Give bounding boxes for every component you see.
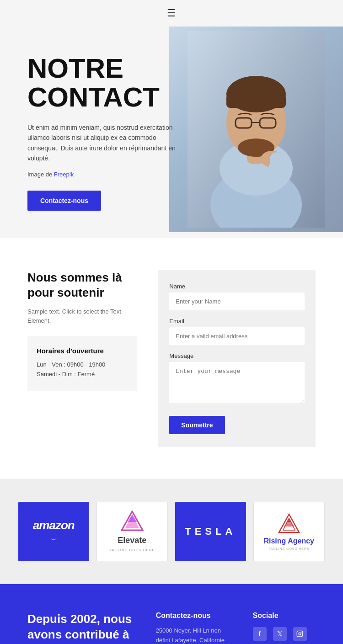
freepik-link[interactable]: Freepik: [54, 171, 74, 178]
elevate-logo-card: Elevate TAGLINE GOES HERE: [96, 502, 168, 561]
logos-section: amazon ⌣ Elevate TAGLINE GOES HERE TESLA: [0, 479, 343, 584]
message-textarea[interactable]: [169, 362, 305, 403]
name-label: Name: [169, 283, 305, 290]
facebook-icon[interactable]: f: [253, 627, 267, 641]
hours-title: Horaires d'ouverture: [37, 347, 128, 355]
hero-image-credit: Image de Freepik: [27, 171, 325, 178]
social-icons-row: f 𝕏: [253, 627, 316, 641]
amazon-text: amazon: [33, 518, 75, 532]
elevate-logo: Elevate TAGLINE GOES HERE: [109, 511, 155, 552]
email-field-group: Email: [169, 318, 305, 345]
navbar: ☰: [0, 0, 343, 27]
elevate-tagline: TAGLINE GOES HERE: [109, 548, 155, 552]
footer-contact-title: Contactez-nous: [156, 612, 235, 620]
message-label: Message: [169, 352, 305, 359]
tesla-logo-card: TESLA: [175, 502, 246, 561]
hours-box: Horaires d'ouverture Lun - Ven : 09h00 -…: [27, 336, 137, 391]
twitter-icon[interactable]: 𝕏: [273, 627, 287, 641]
contact-heading: Nous sommes là pour soutenir: [27, 270, 140, 301]
name-field-group: Name: [169, 283, 305, 310]
tesla-text: TESLA: [185, 526, 236, 538]
instagram-icon[interactable]: [293, 627, 307, 641]
svg-rect-19: [297, 631, 303, 637]
hero-title: NOTRE CONTACT: [27, 54, 325, 112]
footer-col1: Depuis 2002, nous avons contribué à réco…: [27, 612, 138, 644]
svg-point-20: [299, 633, 301, 635]
hours-weekend: Samedi - Dim : Fermé: [37, 371, 128, 378]
hero-section: NOTRE CONTACT Ut enim ad minim veniam, q…: [0, 27, 343, 238]
footer-main: Depuis 2002, nous avons contribué à réco…: [0, 584, 343, 644]
contact-description: Sample text. Click to select the Text El…: [27, 307, 140, 325]
footer-heading: Depuis 2002, nous avons contribué à réco…: [27, 612, 138, 644]
amazon-logo-card: amazon ⌣: [18, 502, 89, 561]
elevate-text: Elevate: [118, 536, 146, 545]
svg-point-21: [301, 632, 302, 633]
amazon-arrow: ⌣: [50, 532, 57, 544]
footer-social-title: Sociale: [253, 612, 316, 620]
rising-agency-logo-card: Rising Agency TAGLINE GOES HERE: [253, 502, 325, 561]
email-input[interactable]: [169, 327, 305, 345]
rising-text: Rising Agency: [263, 537, 314, 545]
footer-col2: Contactez-nous 25000 Noyer, Hill Ln non …: [156, 612, 235, 644]
email-label: Email: [169, 318, 305, 325]
contact-form: Name Email Message Soumettre: [158, 270, 316, 447]
message-field-group: Message: [169, 352, 305, 405]
footer-address: 25000 Noyer, Hill Ln non défini Lafayett…: [156, 626, 235, 644]
contact-section: Nous sommes là pour soutenir Sample text…: [0, 238, 343, 479]
name-input[interactable]: [169, 293, 305, 310]
hero-content: NOTRE CONTACT Ut enim ad minim veniam, q…: [0, 27, 343, 238]
rising-tagline: TAGLINE GOES HERE: [268, 547, 310, 550]
rising-agency-logo: Rising Agency TAGLINE GOES HERE: [263, 513, 314, 550]
contact-left: Nous sommes là pour soutenir Sample text…: [27, 270, 140, 392]
hours-weekday: Lun - Ven : 09h00 - 19h00: [37, 361, 128, 368]
hamburger-icon[interactable]: ☰: [167, 7, 176, 19]
hero-description: Ut enim ad minim veniam, quis nostrud ex…: [27, 122, 183, 164]
submit-button[interactable]: Soumettre: [169, 416, 225, 434]
contact-us-button[interactable]: Contactez-nous: [27, 191, 101, 211]
footer-col3: Sociale f 𝕏 Sample text. Click to select…: [253, 612, 316, 644]
amazon-logo: amazon ⌣: [33, 518, 75, 544]
